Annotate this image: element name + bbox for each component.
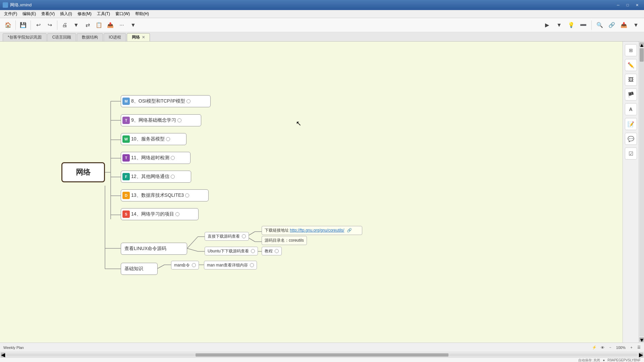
menu-insert[interactable]: 插入(I) (57, 10, 74, 17)
basic-node[interactable]: 基础知识 (121, 263, 158, 275)
panel-btn-2[interactable]: ✏️ (625, 59, 637, 71)
direct-download-label: 直接下载源码查看 (208, 234, 240, 239)
share-button[interactable]: 🔗 (606, 20, 617, 31)
tab-datastructure[interactable]: 数据结构 (77, 33, 103, 41)
panel-btn-7[interactable]: 💬 (625, 133, 637, 145)
node-12[interactable]: F 12、其他网络通信 (121, 171, 191, 183)
menu-file[interactable]: 文件(F) (1, 10, 20, 17)
mind-map-canvas[interactable]: 网络 M 8、OSI模型和TCP/IP模型 T 9、网络基础概念学习 W 10、… (0, 42, 623, 343)
tab-clanguage[interactable]: C语言回顾 (47, 33, 76, 41)
panel-btn-5[interactable]: A (625, 103, 637, 115)
more-button[interactable]: ··· (116, 20, 127, 31)
print-dropdown[interactable]: ▼ (71, 20, 82, 31)
node-14-expand[interactable] (175, 212, 179, 216)
node-10[interactable]: W 10、服务器模型 (121, 133, 186, 145)
scroll-up-button[interactable]: ▲ (639, 42, 644, 47)
export-button[interactable]: 📤 (105, 20, 116, 31)
maximize-button[interactable]: □ (623, 2, 632, 8)
node-14-label: 14、网络学习的项目 (131, 211, 174, 217)
menu-window[interactable]: 窗口(W) (113, 10, 132, 17)
node-11[interactable]: T 11、网络超时检测 (121, 152, 191, 164)
zoom-in-btn[interactable]: ＋ (630, 345, 633, 350)
ubuntu-label: Ubuntu下下载源码查看 (208, 248, 249, 254)
node-8-expand[interactable] (186, 99, 191, 103)
zoom-button[interactable]: 🔍 (594, 20, 605, 31)
zoom-out-btn[interactable]: － (608, 345, 612, 350)
node-13-label: 13、数据库技术SQLITE3 (131, 192, 184, 198)
toolbar: 🏠 💾 ↩ ↪ 🖨 ▼ ⇄ 📋 📤 ··· ▼ ▶ ▼ 💡 ➖ 🔍 🔗 📥 ▼ (0, 18, 644, 32)
download-url[interactable]: http://ftp.gnu.org/gnu/coreutils/ (290, 228, 344, 233)
scroll-track (639, 48, 644, 337)
export2-dropdown[interactable]: ▼ (631, 20, 641, 31)
home-button[interactable]: 🏠 (3, 20, 13, 31)
linux-node[interactable]: 查看LINUX命令源码 (121, 243, 187, 255)
tab-network[interactable]: 网络 ✕ (127, 33, 150, 41)
man-cmd-dot[interactable] (192, 263, 196, 267)
node-13-expand[interactable] (185, 193, 189, 197)
panel-btn-1[interactable]: ⊞ (625, 44, 637, 56)
tutorial-dot[interactable] (275, 249, 279, 253)
hscroll-thumb[interactable] (196, 353, 448, 357)
scroll-thumb[interactable] (640, 48, 644, 62)
more-dropdown[interactable]: ▼ (128, 20, 139, 31)
direct-download-node[interactable]: 直接下载源码查看 (205, 232, 249, 241)
panel-btn-8[interactable]: ☑ (625, 147, 637, 160)
scroll-left-button[interactable]: ◀ (1, 353, 5, 357)
horizontal-scrollbar[interactable]: ◀ ▶ (0, 352, 644, 357)
menu-help[interactable]: 帮助(H) (132, 10, 152, 17)
scroll-down-button[interactable]: ▼ (639, 337, 644, 342)
node-12-expand[interactable] (171, 175, 175, 179)
node-13[interactable]: D 13、数据库技术SQLITE3 (121, 189, 209, 201)
menu-tools[interactable]: 工具(T) (94, 10, 113, 17)
node-8-icon: M (122, 98, 130, 105)
panel-btn-3[interactable]: 🖼 (625, 74, 637, 86)
exchange-button[interactable]: ⇄ (82, 20, 93, 31)
central-node[interactable]: 网络 (61, 162, 105, 182)
tab-ioprocess[interactable]: IO进程 (104, 33, 126, 41)
man-detail-dot[interactable] (250, 263, 254, 267)
node-10-label: 10、服务器模型 (131, 136, 165, 142)
lightbulb-button[interactable]: 💡 (566, 20, 577, 31)
menu-modify[interactable]: 修改(M) (75, 10, 94, 17)
node-11-expand[interactable] (171, 156, 175, 160)
node-9-expand[interactable] (177, 118, 181, 122)
download-url-box: 下载链接地址 http://ftp.gnu.org/gnu/coreutils/… (262, 226, 362, 235)
right-panel: ⊞ ✏️ 🖼 🏴 A 📝 💬 ☑ (623, 42, 639, 343)
print-button[interactable]: 🖨 (59, 20, 70, 31)
save-button[interactable]: 💾 (18, 20, 29, 31)
menu-view[interactable]: 查看(V) (39, 10, 57, 17)
man-detail-node[interactable]: man man查看详细内容 (204, 261, 257, 269)
panel-btn-4[interactable]: 🏴 (625, 88, 637, 101)
close-button[interactable]: ✕ (633, 2, 641, 8)
export2-button[interactable]: 📥 (619, 20, 629, 31)
man-cmd-node[interactable]: man命令 (171, 261, 199, 269)
node-10-icon: W (122, 135, 130, 143)
ubuntu-dot[interactable] (251, 249, 255, 253)
menu-edit[interactable]: 编辑(E) (20, 10, 39, 17)
download-label: 下载链接地址 (265, 228, 290, 233)
minimize-button[interactable]: ─ (614, 2, 623, 8)
vertical-scrollbar[interactable]: ▲ ▼ (639, 42, 644, 343)
ubuntu-node[interactable]: Ubuntu下下载源码查看 (205, 247, 258, 255)
zoom-menu-btn[interactable]: ☰ (637, 345, 641, 350)
present-button[interactable]: ▶ (542, 20, 552, 31)
panel-btn-6[interactable]: 📝 (625, 118, 637, 130)
scroll-right-button[interactable]: ▶ (639, 353, 643, 357)
undo-button[interactable]: ↩ (33, 20, 44, 31)
node-10-expand[interactable] (166, 137, 170, 141)
node-14[interactable]: S 14、网络学习的项目 (121, 208, 199, 220)
tab-chuangkeyuan[interactable]: *创客学院知识巩固 (3, 33, 47, 41)
tab-close-icon[interactable]: ✕ (142, 35, 145, 40)
layout-button[interactable]: 📋 (94, 20, 104, 31)
tutorial-node[interactable]: 教程 (262, 247, 282, 255)
node-9[interactable]: T 9、网络基础概念学习 (121, 114, 201, 126)
direct-download-dot[interactable] (242, 234, 246, 238)
redo-button[interactable]: ↪ (44, 20, 55, 31)
node-8-label: 8、OSI模型和TCP/IP模型 (131, 98, 185, 104)
menubar: 文件(F) 编辑(E) 查看(V) 插入(I) 修改(M) 工具(T) 窗口(W… (0, 10, 644, 18)
hscroll-track (6, 353, 638, 357)
node-8[interactable]: M 8、OSI模型和TCP/IP模型 (121, 95, 211, 107)
present-dropdown[interactable]: ▼ (554, 20, 565, 31)
bottom-status: 自动保存: 关闭 ● R9APEGEPVSLYBNF (0, 357, 644, 362)
minus-button[interactable]: ➖ (578, 20, 589, 31)
